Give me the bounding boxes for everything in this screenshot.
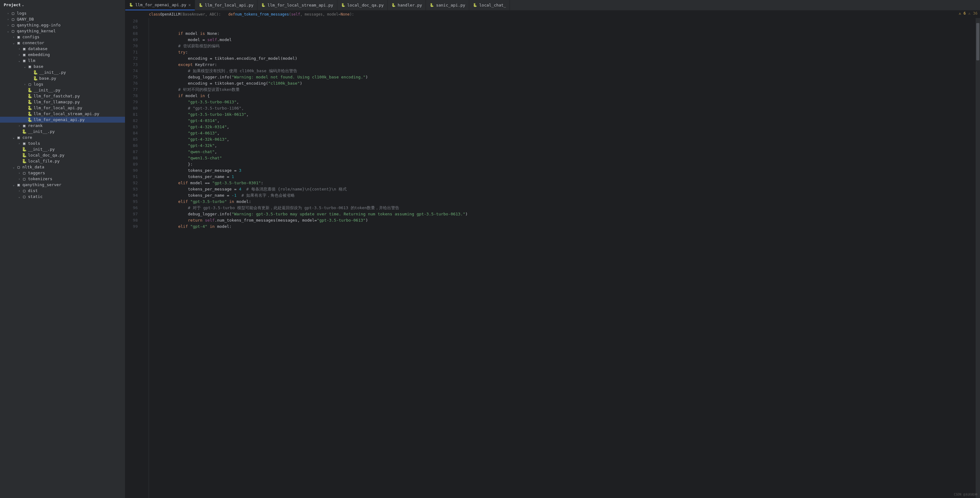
tree-item-connector[interactable]: ⌄▣connector — [0, 40, 125, 46]
code-line[interactable]: return self.num_tokens_from_messages(mes… — [149, 217, 976, 223]
code-line[interactable]: # "gpt-3.5-turbo-1106", — [149, 105, 976, 112]
chevron-right-icon[interactable]: › — [17, 53, 22, 56]
code-line[interactable]: tokens_per_message = 4 # 每条消息遵循 {role/na… — [149, 186, 976, 192]
chevron-right-icon[interactable]: › — [11, 35, 16, 38]
tree-item-nltk_data[interactable]: ⌄▢nltk_data — [0, 164, 125, 170]
tree-item-base-py[interactable]: 🐍base.py — [0, 75, 125, 81]
chevron-down-icon[interactable]: ⌄ — [6, 30, 11, 33]
tree-item-__init__-py[interactable]: 🐍__init__.py — [0, 87, 125, 93]
code-line[interactable]: "gpt-4-0314", — [149, 118, 976, 124]
code-line[interactable]: "gpt-4-32k-0314", — [149, 124, 976, 130]
tree-item-llm_for_local_api-py[interactable]: 🐍llm_for_local_api.py — [0, 105, 125, 111]
code-line[interactable]: tokens_per_name = 1 — [149, 174, 976, 180]
code-line[interactable]: "gpt-4-0613", — [149, 130, 976, 136]
code-line[interactable] — [149, 18, 976, 24]
code-line[interactable]: }: — [149, 161, 976, 168]
code-line[interactable]: if model in { — [149, 93, 976, 99]
tree-item-logs[interactable]: ›▢logs — [0, 81, 125, 87]
code-content[interactable]: if model is None: model = self.model # 尝… — [149, 11, 976, 498]
tree-item-__init__-py[interactable]: 🐍__init__.py — [0, 146, 125, 152]
chevron-right-icon[interactable]: › — [17, 142, 22, 145]
scrollbar-thumb[interactable] — [976, 23, 979, 61]
tree-item-qanything-egg-info[interactable]: ›▢qanything.egg-info — [0, 22, 125, 28]
chevron-right-icon[interactable]: › — [17, 189, 22, 192]
tree-item-base[interactable]: ⌄▣base — [0, 64, 125, 69]
code-line[interactable]: try: — [149, 49, 976, 56]
tree-item-qanything_server[interactable]: ⌄▣qanything_server — [0, 182, 125, 188]
code-line[interactable]: model = self.model — [149, 37, 976, 43]
code-line[interactable]: encoding = tiktoken.get_encoding("cl100k… — [149, 80, 976, 86]
code-line[interactable]: elif "gpt-3.5-turbo" in model: — [149, 199, 976, 205]
tree-item-llm_for_fastchat-py[interactable]: 🐍llm_for_fastchat.py — [0, 93, 125, 99]
code-line[interactable]: tokens_per_name = -1 # 如果有名字，角色会被省略 — [149, 192, 976, 199]
tree-item-configs[interactable]: ›▣configs — [0, 34, 125, 40]
chevron-right-icon[interactable]: › — [17, 171, 22, 175]
sidebar-header[interactable]: Project ⌄ — [0, 0, 125, 10]
tree-item-llm_for_llamacpp-py[interactable]: 🐍llm_for_llamacpp.py — [0, 99, 125, 105]
tree-item-tools[interactable]: ›▣tools — [0, 140, 125, 146]
tree-item-logs[interactable]: ›▢logs — [0, 10, 125, 16]
chevron-down-icon[interactable]: ⌄ — [11, 136, 16, 139]
chevron-right-icon[interactable]: › — [6, 24, 11, 27]
chevron-right-icon[interactable]: › — [6, 12, 11, 15]
code-line[interactable] — [149, 24, 976, 30]
chevron-down-icon[interactable]: ⌄ — [22, 65, 27, 68]
code-line[interactable]: tokens_per_message = 3 — [149, 168, 976, 174]
tab-sanic_api-py[interactable]: 🐍sanic_api.py — [426, 0, 469, 10]
tab-llm_for_local_api-py[interactable]: 🐍llm_for_local_api.py — [195, 0, 258, 10]
chevron-down-icon[interactable]: ⌄ — [17, 195, 22, 198]
chevron-right-icon[interactable]: › — [22, 83, 27, 86]
code-line[interactable]: elif model == "gpt-3.5-turbo-0301": — [149, 180, 976, 186]
file-tree[interactable]: ›▢logs›▢QANY_DB›▢qanything.egg-info⌄▢qan… — [0, 10, 125, 498]
tree-item-llm_for_local_stream_api-py[interactable]: 🐍llm_for_local_stream_api.py — [0, 111, 125, 117]
chevron-down-icon[interactable]: ⌄ — [11, 166, 16, 169]
chevron-down-icon[interactable]: ⌄ — [11, 42, 16, 45]
code-line[interactable]: # 尝试获取模型的编码 — [149, 43, 976, 49]
code-line[interactable]: elif "gpt-4" in model: — [149, 223, 976, 230]
tree-item-qanything_kernel[interactable]: ⌄▢qanything_kernel — [0, 28, 125, 34]
code-line[interactable]: encoding = tiktoken.encoding_for_model(m… — [149, 56, 976, 62]
inspection-status[interactable]: ⚠ 6 ⚠ 36 — [959, 11, 977, 16]
tree-item-QANY_DB[interactable]: ›▢QANY_DB — [0, 16, 125, 22]
code-line[interactable]: except KeyError: — [149, 62, 976, 68]
chevron-right-icon[interactable]: › — [17, 124, 22, 127]
fold-column[interactable] — [143, 11, 149, 498]
tree-item-database[interactable]: ›▣database — [0, 46, 125, 52]
tab-local_chat_[interactable]: 🐍local_chat_ — [469, 0, 510, 10]
tree-item-core[interactable]: ⌄▣core — [0, 134, 125, 140]
code-line[interactable]: "qwen-chat", — [149, 149, 976, 155]
tab-llm_for_openai_api-py[interactable]: 🐍llm_for_openai_api.py× — [125, 0, 195, 10]
code-line[interactable]: "qwen1.5-chat" — [149, 155, 976, 161]
code-line[interactable]: if model is None: — [149, 30, 976, 37]
editor-scrollbar[interactable] — [976, 11, 980, 498]
code-line[interactable]: "gpt-4-32k-0613", — [149, 136, 976, 142]
code-line[interactable]: # 针对不同的模型设置token数量 — [149, 86, 976, 93]
tab-local_doc_qa-py[interactable]: 🐍local_doc_qa.py — [337, 0, 388, 10]
close-icon[interactable]: × — [188, 3, 191, 8]
chevron-right-icon[interactable]: › — [6, 18, 11, 21]
code-line[interactable]: "gpt-4-32k", — [149, 142, 976, 149]
tree-item-llm[interactable]: ⌄▣llm — [0, 57, 125, 64]
tree-item-static[interactable]: ⌄▢static — [0, 193, 125, 200]
tree-item-__init__-py[interactable]: 🐍__init__.py — [0, 69, 125, 75]
tree-item-tokenizers[interactable]: ›▢tokenizers — [0, 176, 125, 182]
chevron-down-icon[interactable]: ⌄ — [11, 184, 16, 187]
code-line[interactable]: debug_logger.info("Warning: gpt-3.5-turb… — [149, 211, 976, 217]
tab-llm_for_local_stream_api-py[interactable]: 🐍llm_for_local_stream_api.py — [258, 0, 337, 10]
tree-item-llm_for_openai_api-py[interactable]: 🐍llm_for_openai_api.py — [0, 117, 125, 123]
code-line[interactable]: # 如果模型没有找到，使用 cl100k_base 编码并给出警告 — [149, 68, 976, 74]
code-line[interactable]: # 对于 gpt-3.5-turbo 模型可能会有更新，此处返回假设为 gpt-… — [149, 205, 976, 211]
chevron-right-icon[interactable]: › — [17, 47, 22, 50]
code-line[interactable]: "gpt-3.5-turbo-16k-0613", — [149, 112, 976, 118]
chevron-down-icon[interactable]: ⌄ — [17, 59, 22, 62]
tree-item-rerank[interactable]: ›▣rerank — [0, 123, 125, 129]
editor-tabs[interactable]: 🐍llm_for_openai_api.py×🐍llm_for_local_ap… — [125, 0, 980, 11]
tree-item-__init__-py[interactable]: 🐍__init__.py — [0, 129, 125, 134]
tree-item-local_file-py[interactable]: 🐍local_file.py — [0, 158, 125, 164]
code-line[interactable]: debug_logger.info("Warning: model not fo… — [149, 74, 976, 80]
tree-item-local_doc_qa-py[interactable]: 🐍local_doc_qa.py — [0, 152, 125, 158]
tree-item-embedding[interactable]: ›▣embedding — [0, 52, 125, 57]
code-line[interactable]: "gpt-3.5-turbo-0613", — [149, 99, 976, 105]
tree-item-dist[interactable]: ›▢dist — [0, 188, 125, 193]
tree-item-taggers[interactable]: ›▢taggers — [0, 170, 125, 176]
